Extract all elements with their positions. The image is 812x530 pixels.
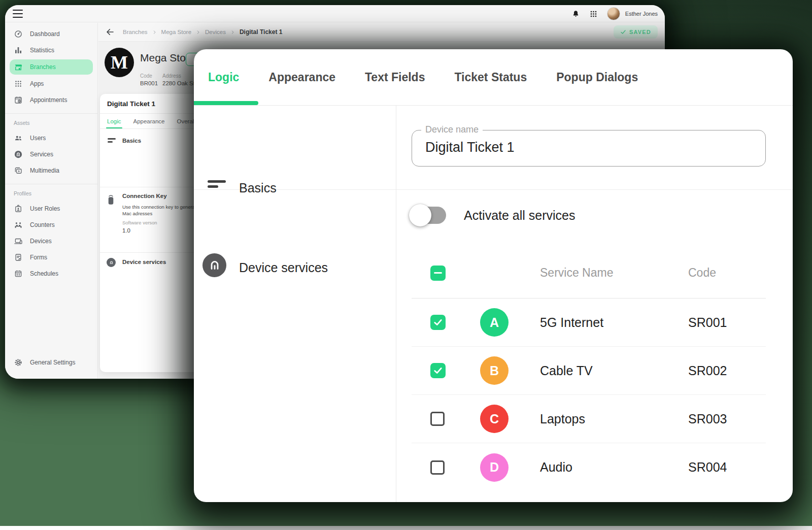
sidebar-item-statistics[interactable]: Statistics [5, 42, 97, 58]
status-badge-saved: SAVED [614, 25, 658, 39]
sidebar-item-services[interactable]: Services [5, 146, 97, 162]
sidebar-item-appointments[interactable]: Appointments [5, 92, 97, 108]
modal-tab-text-fields[interactable]: Text Fields [365, 71, 425, 84]
sidebar-section-divider [5, 113, 97, 114]
ticket-panel-tabs: LogicAppearanceOverall Text [100, 114, 208, 128]
user-avatar[interactable] [607, 7, 620, 20]
services-table-body: A5G InternetSR001BCable TVSR002CLaptopsS… [412, 299, 766, 491]
forms-icon [14, 253, 23, 262]
sidebar-item-branches[interactable]: Branches [10, 59, 93, 75]
service-code: SR002 [688, 363, 766, 378]
multimedia-icon [14, 166, 23, 175]
ticket-panel-title: Digital Ticket 1 [107, 100, 155, 108]
device-name-input[interactable]: Device name Digital Ticket 1 [412, 130, 766, 167]
connection-key-icon [107, 193, 115, 206]
breadcrumb-item-branches[interactable]: Branches [123, 29, 148, 35]
panel-tab-logic[interactable]: Logic [107, 114, 121, 128]
modal-fields: Device name Digital Ticket 1 Activate al… [396, 106, 793, 502]
top-bar: Esther Jones [5, 5, 665, 22]
sidebar: DashboardStatisticsBranchesAppsAppointme… [5, 23, 98, 379]
service-name: 5G Internet [540, 315, 688, 330]
modal-tab-logic[interactable]: Logic [208, 71, 239, 84]
sidebar-item-dashboard[interactable]: Dashboard [5, 26, 97, 42]
activate-all-services-toggle[interactable] [411, 204, 448, 226]
panel-tab-appearance[interactable]: Appearance [133, 114, 165, 128]
service-name: Audio [540, 460, 688, 475]
sidebar-item-label: Dashboard [30, 30, 60, 38]
sidebar-item-multimedia[interactable]: Multimedia [5, 162, 97, 179]
service-row-laptops: CLaptopsSR003 [412, 395, 766, 443]
device-services-section-label: Device services [239, 260, 328, 275]
device-services-icon [202, 253, 226, 277]
active-tab-underline [194, 101, 258, 105]
sidebar-item-label: Users [30, 135, 46, 142]
sidebar-item-schedules[interactable]: Schedules [5, 266, 97, 282]
panel-device-services-label: Device services [122, 259, 166, 265]
back-arrow-icon[interactable] [106, 27, 115, 37]
basics-icon [108, 138, 116, 144]
services-table: Service Name Code A5G InternetSR001BCabl… [412, 248, 766, 491]
service-checkbox-laptops[interactable] [430, 412, 445, 426]
breadcrumb-item-devices[interactable]: Devices [205, 29, 226, 35]
modal-tab-popup-dialogs[interactable]: Popup Dialogs [556, 71, 638, 84]
sidebar-item-user-roles[interactable]: User Roles [5, 201, 97, 217]
modal-tab-appearance[interactable]: Appearance [268, 71, 335, 84]
panel-basics-label: Basics [122, 138, 141, 144]
bottom-strip [0, 526, 812, 530]
sidebar-item-counters[interactable]: Counters [5, 217, 97, 233]
sidebar-item-general-settings[interactable]: General Settings [5, 354, 97, 371]
store-code-value: BR001 [140, 80, 158, 86]
service-avatar-audio: D [480, 453, 509, 482]
devices-icon [14, 237, 23, 246]
sidebar-item-forms[interactable]: Forms [5, 249, 97, 266]
service-row-cable-tv: BCable TVSR002 [412, 347, 766, 395]
service-name: Cable TV [540, 363, 688, 378]
indeterminate-icon [434, 272, 442, 274]
select-all-checkbox[interactable] [430, 266, 446, 281]
sidebar-item-label: Schedules [30, 270, 58, 277]
breadcrumb-item-mega-store[interactable]: Mega Store [161, 29, 191, 35]
user-roles-icon [14, 204, 23, 213]
branches-icon [14, 62, 23, 72]
sidebar-item-users[interactable]: Users [5, 130, 97, 146]
breadcrumb: BranchesMega StoreDevicesDigital Ticket … [123, 28, 282, 36]
bell-icon[interactable] [571, 10, 580, 18]
sidebar-item-label: User Roles [30, 205, 60, 212]
apps-icon [14, 79, 23, 88]
service-avatar-laptops: C [480, 405, 509, 433]
column-header-service-name: Service Name [540, 266, 688, 280]
check-icon [620, 29, 626, 35]
sidebar-item-label: Branches [30, 63, 56, 71]
apps-grid-icon[interactable] [589, 10, 598, 18]
modal-section-labels: Basics Device services [194, 106, 396, 502]
chevron-right-icon [152, 30, 157, 35]
software-version-label: Software verson [122, 220, 157, 225]
sidebar-item-devices[interactable]: Devices [5, 233, 97, 249]
service-checkbox-cable-tv[interactable] [430, 363, 446, 378]
menu-icon[interactable] [13, 10, 23, 18]
services-table-header: Service Name Code [412, 248, 766, 299]
sidebar-item-label: Forms [30, 254, 47, 261]
sidebar-item-apps[interactable]: Apps [5, 76, 97, 92]
sidebar-item-label: Statistics [30, 47, 54, 54]
service-row-audio: DAudioSR004 [412, 443, 766, 491]
sidebar-nav: DashboardStatisticsBranchesAppsAppointme… [5, 26, 97, 282]
column-header-code: Code [688, 266, 766, 280]
saved-label: SAVED [629, 29, 651, 35]
activate-all-services-label: Activate all services [464, 208, 576, 223]
chevron-right-icon [196, 30, 200, 35]
appointments-icon [14, 95, 23, 105]
sidebar-item-label: Services [30, 151, 53, 158]
modal-tab-ticket-status[interactable]: Ticket Status [454, 71, 527, 84]
statistics-icon [14, 46, 23, 55]
software-version-value: 1.0 [122, 227, 130, 234]
sidebar-item-label: Multimedia [30, 167, 59, 174]
dashboard-icon [14, 29, 23, 39]
service-avatar-5g-internet: A [480, 308, 509, 337]
service-checkbox-5g-internet[interactable] [430, 315, 446, 330]
service-code: SR004 [688, 460, 766, 475]
sidebar-item-label: Apps [30, 80, 44, 87]
service-checkbox-audio[interactable] [430, 460, 445, 475]
service-code: SR003 [688, 412, 766, 426]
settings-icon [14, 358, 23, 367]
